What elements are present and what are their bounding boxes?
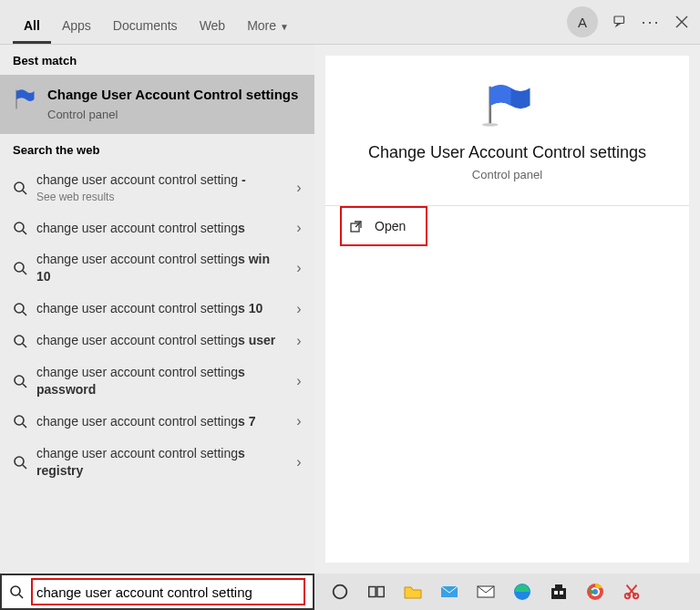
svg-rect-20: [554, 591, 558, 594]
web-result-base: change user account control setting: [36, 252, 238, 266]
taskbar-mail-app-icon[interactable]: [437, 579, 462, 605]
taskbar-store-icon[interactable]: [546, 579, 571, 605]
search-icon: [13, 181, 27, 195]
web-result-base: change user account control setting: [36, 414, 238, 429]
web-result-append: s 7: [238, 414, 255, 429]
search-icon: [13, 455, 27, 470]
chevron-right-icon[interactable]: ›: [293, 180, 305, 196]
best-match-header: Best match: [0, 45, 314, 75]
web-result-item[interactable]: change user account control settings reg…: [0, 438, 314, 487]
flag-icon: [11, 86, 38, 113]
svg-point-4: [15, 304, 24, 313]
search-tabs-bar: All Apps Documents Web More ▼ A ···: [0, 0, 700, 45]
search-results-area: Best match Change User Account Control s…: [0, 45, 700, 574]
best-match-result[interactable]: Change User Account Control settings Con…: [0, 75, 314, 134]
svg-rect-0: [614, 16, 624, 24]
open-button[interactable]: Open: [340, 206, 427, 246]
web-result-base: change user account control setting: [36, 446, 238, 460]
chevron-right-icon[interactable]: ›: [293, 333, 305, 349]
web-result-base: change user account control setting: [36, 172, 238, 187]
chevron-right-icon[interactable]: ›: [293, 413, 305, 429]
web-result-text: change user account control settings 7: [36, 413, 283, 430]
web-results-list: change user account control setting -See…: [0, 164, 314, 487]
web-result-text: change user account control setting -See…: [36, 171, 283, 205]
detail-subtitle: Control panel: [338, 168, 676, 181]
web-result-text: change user account control settings reg…: [36, 445, 283, 480]
search-icon: [13, 261, 27, 275]
web-result-item[interactable]: change user account control settings win…: [0, 243, 314, 293]
svg-rect-21: [560, 591, 563, 594]
topbar-right-controls: A ···: [567, 0, 691, 44]
web-result-append: s user: [238, 333, 275, 347]
search-box-container[interactable]: [0, 574, 314, 610]
taskbar-file-explorer-icon[interactable]: [400, 579, 426, 605]
svg-point-12: [334, 585, 347, 599]
search-icon: [13, 414, 27, 429]
chevron-right-icon[interactable]: ›: [293, 301, 305, 317]
best-match-subtitle: Control panel: [47, 108, 298, 121]
taskbar-edge-icon[interactable]: [510, 579, 535, 605]
web-result-text: change user account control settings 10: [36, 300, 283, 317]
bottom-bar: [0, 574, 700, 610]
svg-rect-18: [551, 588, 566, 599]
web-result-item[interactable]: change user account control settings 7›: [0, 406, 314, 438]
close-icon[interactable]: [673, 13, 691, 31]
detail-title: Change User Account Control settings: [338, 143, 676, 162]
search-icon: [9, 584, 24, 599]
chevron-right-icon[interactable]: ›: [293, 454, 305, 470]
svg-point-8: [15, 457, 24, 466]
svg-point-2: [15, 222, 24, 232]
web-result-text: change user account control settings use…: [36, 332, 283, 349]
avatar[interactable]: A: [567, 6, 598, 37]
web-result-base: change user account control setting: [36, 365, 238, 379]
chevron-right-icon[interactable]: ›: [293, 260, 305, 276]
svg-rect-19: [555, 584, 562, 588]
web-result-item[interactable]: change user account control settings 10›: [0, 293, 314, 325]
svg-point-9: [482, 123, 499, 127]
web-result-base: change user account control setting: [36, 301, 238, 315]
taskbar-mail-icon[interactable]: [473, 579, 499, 605]
tab-apps[interactable]: Apps: [51, 18, 102, 44]
search-icon: [13, 302, 27, 316]
tab-more-label: More: [247, 18, 276, 33]
chevron-right-icon[interactable]: ›: [293, 220, 305, 236]
tab-more[interactable]: More ▼: [236, 18, 300, 44]
feedback-icon[interactable]: [611, 13, 629, 31]
svg-rect-13: [369, 587, 376, 597]
web-result-item[interactable]: change user account control settings use…: [0, 325, 314, 357]
svg-point-11: [11, 586, 20, 595]
tab-documents[interactable]: Documents: [102, 18, 189, 44]
web-result-sub: See web results: [36, 190, 283, 204]
web-result-append: s: [238, 221, 245, 235]
web-result-item[interactable]: change user account control setting -See…: [0, 164, 314, 212]
svg-rect-14: [377, 587, 384, 597]
search-web-header: Search the web: [0, 134, 314, 164]
taskbar-cortana-icon[interactable]: [327, 579, 353, 605]
web-result-text: change user account control settings win…: [36, 251, 283, 285]
web-result-item[interactable]: change user account control settings›: [0, 212, 314, 244]
taskbar-snip-icon[interactable]: [619, 579, 644, 605]
search-icon: [13, 374, 27, 388]
tab-all[interactable]: All: [13, 18, 51, 44]
open-label: Open: [375, 219, 406, 233]
best-match-text: Change User Account Control settings Con…: [47, 86, 298, 121]
web-result-append: -: [238, 172, 246, 187]
web-result-item[interactable]: change user account control settings pas…: [0, 357, 314, 406]
more-options-icon[interactable]: ···: [642, 13, 660, 31]
svg-point-5: [15, 336, 24, 345]
best-match-title: Change User Account Control settings: [47, 86, 298, 104]
search-input[interactable]: [36, 584, 300, 600]
tab-web[interactable]: Web: [189, 18, 237, 44]
svg-point-1: [15, 182, 24, 191]
web-result-base: change user account control setting: [36, 221, 238, 235]
result-detail-card: Change User Account Control settings Con…: [325, 56, 689, 563]
taskbar-chrome-icon[interactable]: [582, 579, 608, 605]
chevron-right-icon[interactable]: ›: [293, 373, 305, 389]
search-highlight-box: [31, 578, 305, 605]
search-tabs: All Apps Documents Web More ▼: [9, 0, 300, 44]
svg-point-3: [15, 263, 24, 272]
taskbar-task-view-icon[interactable]: [364, 579, 389, 605]
svg-point-6: [15, 376, 24, 385]
open-icon: [349, 219, 364, 233]
results-right-pane: Change User Account Control settings Con…: [314, 45, 700, 574]
